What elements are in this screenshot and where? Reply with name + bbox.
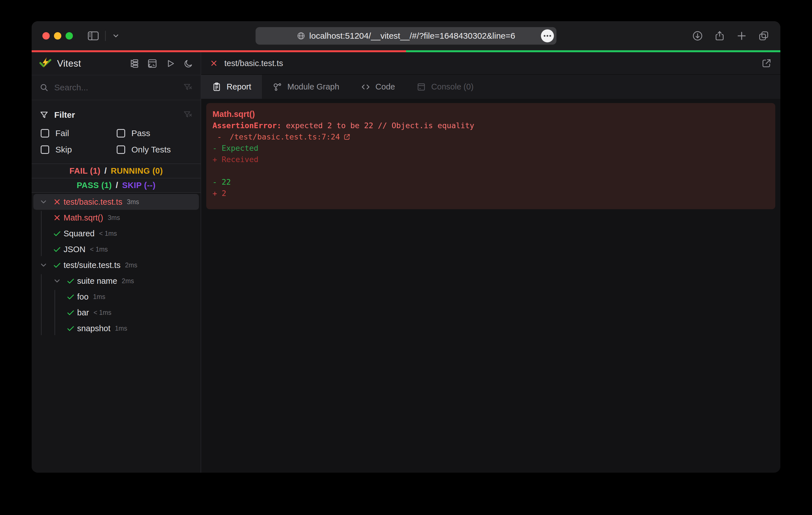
checkbox-label: Skip — [55, 145, 72, 154]
tab-code[interactable]: Code — [350, 75, 406, 99]
test-duration: 2ms — [125, 262, 137, 269]
chevron-down-icon[interactable] — [39, 261, 48, 269]
more-options-icon[interactable] — [541, 29, 554, 42]
main-panel: test/basic.test.ts — [201, 52, 780, 473]
code-icon — [361, 82, 370, 92]
tree-item-suite-test-file[interactable]: test/suite.test.ts 2ms — [32, 257, 201, 273]
test-label: suite name — [77, 276, 117, 286]
checkbox-only-tests[interactable] — [117, 145, 125, 154]
checkbox-fail[interactable] — [41, 129, 49, 138]
pass-icon — [53, 245, 61, 253]
close-icon[interactable] — [210, 59, 218, 67]
fullscreen-window-button[interactable] — [65, 32, 73, 39]
app-title: Vitest — [57, 58, 81, 69]
fail-icon — [53, 213, 61, 222]
test-label: test/basic.test.ts — [64, 198, 122, 207]
test-duration: 3ms — [108, 214, 120, 222]
search-input[interactable] — [54, 83, 183, 92]
progress-pass-segment — [406, 50, 780, 52]
filter-option-pass[interactable]: Pass — [117, 128, 193, 138]
search-bar — [32, 75, 201, 100]
test-label: bar — [77, 308, 89, 317]
checkbox-label: Only Tests — [132, 145, 171, 154]
test-tree: test/basic.test.ts 3ms Math.sqrt() 3ms S… — [32, 193, 201, 473]
tree-view-icon[interactable] — [129, 59, 139, 68]
pass-icon — [66, 308, 75, 317]
minimize-window-button[interactable] — [54, 32, 61, 39]
external-link-icon[interactable] — [761, 58, 772, 69]
stack-trace-link[interactable]: /test/basic.test.ts:7:24 — [230, 131, 340, 143]
tab-switcher-icon[interactable] — [758, 30, 769, 41]
tree-item-json[interactable]: JSON < 1ms — [32, 241, 201, 257]
tree-item-suite-name[interactable]: suite name 2ms — [32, 273, 201, 289]
vitest-logo-icon — [39, 57, 52, 70]
sidebar-header: Vitest — [32, 52, 201, 75]
checkbox-label: Pass — [132, 128, 150, 138]
tree-item-basic-test-file[interactable]: test/basic.test.ts 3ms — [33, 194, 199, 210]
tree-item-snapshot[interactable]: snapshot 1ms — [32, 321, 201, 336]
error-message-line: AssertionError: expected 2 to be 22 // O… — [212, 120, 769, 131]
module-graph-icon — [273, 82, 282, 92]
filter-option-skip[interactable]: Skip — [41, 145, 117, 154]
chevron-down-icon[interactable] — [53, 277, 61, 285]
tab-module-graph[interactable]: Module Graph — [262, 75, 350, 99]
traffic-lights — [42, 32, 73, 39]
close-window-button[interactable] — [42, 32, 50, 39]
test-duration: < 1ms — [93, 309, 111, 316]
sidebar: Vitest — [32, 52, 201, 473]
dark-mode-icon[interactable] — [184, 59, 193, 68]
tree-item-math-sqrt[interactable]: Math.sqrt() 3ms — [32, 210, 201, 225]
chevron-down-icon[interactable] — [39, 198, 48, 206]
external-link-icon[interactable] — [343, 133, 351, 141]
run-all-icon[interactable] — [166, 59, 175, 68]
diff-expected-label: - Expected — [212, 143, 769, 154]
test-duration: 3ms — [127, 198, 139, 206]
checkbox-label: Fail — [55, 128, 69, 138]
filter-option-fail[interactable]: Fail — [41, 128, 117, 138]
test-label: test/suite.test.ts — [64, 261, 120, 270]
running-count: RUNNING (0) — [111, 166, 163, 176]
test-duration: 2ms — [122, 277, 134, 285]
report-view: Math.sqrt() AssertionError: expected 2 t… — [201, 99, 780, 473]
test-duration: < 1ms — [90, 246, 108, 253]
share-icon[interactable] — [714, 30, 725, 41]
open-file-tab[interactable]: test/basic.test.ts — [201, 52, 780, 75]
tree-item-squared[interactable]: Squared < 1ms — [32, 225, 201, 241]
sidebar-toggle-icon[interactable] — [88, 31, 99, 41]
tab-label: Code — [376, 82, 395, 91]
skip-count: SKIP (--) — [122, 181, 155, 190]
summary-row-1: FAIL (1) / RUNNING (0) — [32, 164, 201, 178]
filter-icon — [39, 111, 49, 119]
address-bar[interactable]: localhost:51204/__vitest__/#/?file=16484… — [256, 27, 557, 44]
new-tab-icon[interactable] — [736, 30, 747, 41]
tree-item-foo[interactable]: foo 1ms — [32, 289, 201, 305]
pass-icon — [53, 261, 61, 269]
toolbar-divider — [105, 31, 106, 41]
browser-window: localhost:51204/__vitest__/#/?file=16484… — [32, 21, 780, 473]
tab-console[interactable]: Console (0) — [406, 75, 484, 99]
tab-report[interactable]: Report — [201, 75, 262, 99]
indent-guide — [41, 211, 41, 256]
filter-option-only-tests[interactable]: Only Tests — [117, 145, 193, 154]
progress-fail-segment — [32, 50, 406, 52]
test-duration: < 1ms — [99, 230, 117, 238]
pass-icon — [66, 277, 75, 285]
test-label: JSON — [64, 245, 85, 254]
tree-item-bar[interactable]: bar < 1ms — [32, 305, 201, 321]
dashboard-icon[interactable] — [147, 59, 157, 68]
error-panel: Math.sqrt() AssertionError: expected 2 t… — [206, 103, 775, 209]
test-duration: 1ms — [115, 325, 127, 332]
checkbox-skip[interactable] — [41, 145, 49, 154]
search-icon — [39, 83, 49, 92]
open-file-name: test/basic.test.ts — [224, 59, 283, 68]
chevron-down-icon[interactable] — [112, 32, 120, 40]
diff-expected-value: - 22 — [212, 177, 769, 188]
test-label: Squared — [64, 229, 95, 238]
fail-icon — [53, 198, 61, 206]
download-icon[interactable] — [692, 30, 703, 41]
clear-search-filter-icon[interactable] — [183, 83, 193, 92]
clear-filter-icon[interactable] — [183, 110, 193, 120]
console-icon — [416, 82, 426, 92]
checkbox-pass[interactable] — [117, 129, 125, 138]
pass-icon — [53, 229, 61, 238]
